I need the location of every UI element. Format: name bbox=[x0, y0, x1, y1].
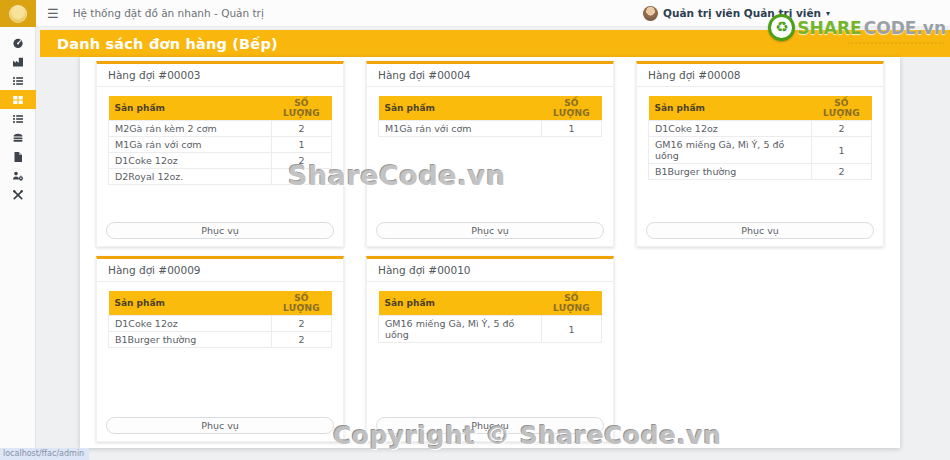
product-qty: 1 bbox=[271, 169, 331, 185]
col-qty: SỐ LƯỢNG bbox=[271, 291, 331, 316]
sidebar-item-burger[interactable] bbox=[0, 128, 36, 147]
order-item-row: D2Royal 12oz.1 bbox=[109, 169, 332, 185]
col-product: Sản phẩm bbox=[379, 96, 542, 121]
card-body: Sản phẩm SỐ LƯỢNG D1Coke 12oz2B1Burger t… bbox=[97, 282, 343, 348]
table-header-row: Sản phẩm SỐ LƯỢNG bbox=[109, 291, 332, 316]
col-product: Sản phẩm bbox=[109, 291, 272, 316]
product-qty: 2 bbox=[271, 153, 331, 169]
card-body: Sản phẩm SỐ LƯỢNG D1Coke 12oz2GM16 miếng… bbox=[637, 87, 883, 180]
serve-button[interactable]: Phục vụ bbox=[106, 417, 334, 434]
card-body: Sản phẩm SỐ LƯỢNG GM16 miếng Gà, Mì Ý, 5… bbox=[367, 282, 613, 343]
orders-panel: Hàng đợi #00003 Sản phẩm SỐ LƯỢNG M2Gà r… bbox=[80, 57, 900, 448]
product-name: M1Gà rán với cơm bbox=[379, 121, 542, 137]
product-qty: 2 bbox=[811, 121, 871, 137]
report-file-icon bbox=[12, 151, 24, 163]
sidebar-nav bbox=[0, 27, 35, 204]
order-card: Hàng đợi #00003 Sản phẩm SỐ LƯỢNG M2Gà r… bbox=[96, 61, 344, 247]
user-avatar bbox=[643, 6, 658, 21]
product-qty: 1 bbox=[541, 316, 601, 343]
col-qty: SỐ LƯỢNG bbox=[541, 291, 601, 316]
sidebar-item-tools[interactable] bbox=[0, 185, 36, 204]
orders-grid: Hàng đợi #00003 Sản phẩm SỐ LƯỢNG M2Gà r… bbox=[96, 61, 884, 442]
order-items-table: Sản phẩm SỐ LƯỢNG GM16 miếng Gà, Mì Ý, 5… bbox=[378, 291, 602, 343]
serve-button[interactable]: Phục vụ bbox=[376, 222, 604, 239]
logo-tagline-squiggle bbox=[848, 42, 944, 44]
product-name: B1Burger thường bbox=[109, 332, 272, 348]
order-card: Hàng đợi #00008 Sản phẩm SỐ LƯỢNG D1Coke… bbox=[636, 61, 884, 247]
status-url: localhost/ffac/admin bbox=[0, 448, 89, 460]
hamburger-icon[interactable]: ☰ bbox=[47, 7, 59, 20]
queue-title: Hàng đợi #00009 bbox=[97, 259, 343, 282]
product-name: D1Coke 12oz bbox=[649, 121, 812, 137]
product-qty: 2 bbox=[271, 121, 331, 137]
order-items-table: Sản phẩm SỐ LƯỢNG M1Gà rán với cơm1 bbox=[378, 96, 602, 137]
table-header-row: Sản phẩm SỐ LƯỢNG bbox=[379, 96, 602, 121]
dashboard-icon bbox=[12, 37, 24, 49]
table-header-row: Sản phẩm SỐ LƯỢNG bbox=[379, 291, 602, 316]
queue-title: Hàng đợi #00004 bbox=[367, 64, 613, 87]
sidebar-header bbox=[0, 0, 36, 27]
product-qty: 1 bbox=[811, 137, 871, 164]
order-item-row: D1Coke 12oz2 bbox=[109, 316, 332, 332]
table-header-row: Sản phẩm SỐ LƯỢNG bbox=[109, 96, 332, 121]
order-item-row: B1Burger thường2 bbox=[109, 332, 332, 348]
queue-title: Hàng đợi #00003 bbox=[97, 64, 343, 87]
col-product: Sản phẩm bbox=[109, 96, 272, 121]
order-item-row: M2Gà rán kèm 2 cơm2 bbox=[109, 121, 332, 137]
sidebar-item-dashboard[interactable] bbox=[0, 33, 36, 52]
order-item-row: GM16 miếng Gà, Mì Ý, 5 đồ uống1 bbox=[379, 316, 602, 343]
top-header: ☰ Hệ thống đặt đồ ăn nhanh - Quản trị Qu… bbox=[36, 0, 950, 27]
kitchen-grid-icon bbox=[12, 94, 24, 106]
page-title-bar: Danh sách đơn hàng (Bếp) bbox=[40, 30, 950, 57]
product-name: M2Gà rán kèm 2 cơm bbox=[109, 121, 272, 137]
product-qty: 2 bbox=[271, 316, 331, 332]
serve-button[interactable]: Phục vụ bbox=[376, 417, 604, 434]
user-menu[interactable]: Quản trị viên Quản trị viên ▾ bbox=[643, 6, 830, 21]
app-logo-icon[interactable] bbox=[9, 5, 27, 23]
sidebar-item-industry[interactable] bbox=[0, 52, 36, 71]
serve-button[interactable]: Phục vụ bbox=[106, 222, 334, 239]
order-item-row: D1Coke 12oz2 bbox=[649, 121, 872, 137]
product-name: D1Coke 12oz bbox=[109, 316, 272, 332]
sidebar-item-menu[interactable] bbox=[0, 109, 36, 128]
product-qty: 2 bbox=[271, 332, 331, 348]
product-name: GM16 miếng Gà, Mì Ý, 5 đồ uống bbox=[649, 137, 812, 164]
app-title: Hệ thống đặt đồ ăn nhanh - Quản trị bbox=[73, 7, 264, 19]
col-product: Sản phẩm bbox=[379, 291, 542, 316]
order-items-table: Sản phẩm SỐ LƯỢNG D1Coke 12oz2B1Burger t… bbox=[108, 291, 332, 348]
product-name: D2Royal 12oz. bbox=[109, 169, 272, 185]
user-menu-label: Quản trị viên Quản trị viên bbox=[663, 7, 821, 19]
industry-icon bbox=[12, 56, 24, 68]
serve-button[interactable]: Phục vụ bbox=[646, 222, 874, 239]
table-header-row: Sản phẩm SỐ LƯỢNG bbox=[649, 96, 872, 121]
page-title: Danh sách đơn hàng (Bếp) bbox=[57, 36, 278, 52]
sidebar-item-users[interactable] bbox=[0, 166, 36, 185]
product-qty: 1 bbox=[271, 137, 331, 153]
order-items-table: Sản phẩm SỐ LƯỢNG M2Gà rán kèm 2 cơm2M1G… bbox=[108, 96, 332, 185]
sidebar-item-reports[interactable] bbox=[0, 147, 36, 166]
sidebar bbox=[0, 0, 36, 460]
product-name: M1Gà rán với cơm bbox=[109, 137, 272, 153]
product-name: D1Coke 12oz bbox=[109, 153, 272, 169]
order-item-row: M1Gà rán với cơm1 bbox=[379, 121, 602, 137]
queue-title: Hàng đợi #00008 bbox=[637, 64, 883, 87]
product-qty: 2 bbox=[811, 164, 871, 180]
tools-icon bbox=[12, 189, 24, 201]
sidebar-item-kitchen[interactable] bbox=[0, 90, 36, 109]
col-qty: SỐ LƯỢNG bbox=[271, 96, 331, 121]
order-card: Hàng đợi #00010 Sản phẩm SỐ LƯỢNG GM16 m… bbox=[366, 256, 614, 442]
burger-icon bbox=[12, 132, 24, 144]
queue-title: Hàng đợi #00010 bbox=[367, 259, 613, 282]
users-settings-icon bbox=[12, 170, 24, 182]
product-name: GM16 miếng Gà, Mì Ý, 5 đồ uống bbox=[379, 316, 542, 343]
order-items-table: Sản phẩm SỐ LƯỢNG D1Coke 12oz2GM16 miếng… bbox=[648, 96, 872, 180]
card-body: Sản phẩm SỐ LƯỢNG M1Gà rán với cơm1 bbox=[367, 87, 613, 137]
chevron-down-icon: ▾ bbox=[826, 9, 830, 18]
orders-list-icon bbox=[12, 75, 24, 87]
order-item-row: D1Coke 12oz2 bbox=[109, 153, 332, 169]
card-body: Sản phẩm SỐ LƯỢNG M2Gà rán kèm 2 cơm2M1G… bbox=[97, 87, 343, 185]
order-item-row: GM16 miếng Gà, Mì Ý, 5 đồ uống1 bbox=[649, 137, 872, 164]
order-card: Hàng đợi #00009 Sản phẩm SỐ LƯỢNG D1Coke… bbox=[96, 256, 344, 442]
sidebar-item-orders[interactable] bbox=[0, 71, 36, 90]
col-product: Sản phẩm bbox=[649, 96, 812, 121]
